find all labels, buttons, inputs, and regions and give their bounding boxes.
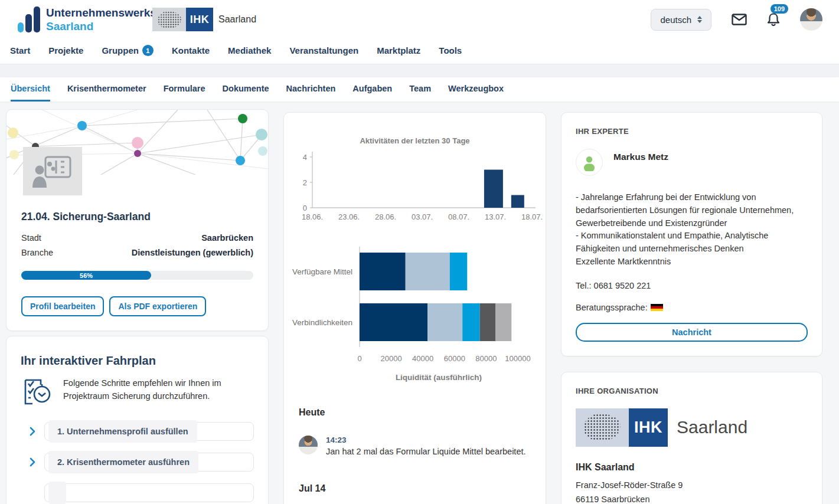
organisation-section-title: IHRE ORGANISATION — [576, 387, 808, 395]
language-selector[interactable]: deutsch — [651, 9, 711, 31]
liquidity-stacked-chart: Verfügbare MittelVerbindlichkeiten020000… — [290, 243, 540, 387]
svg-text:60000: 60000 — [443, 354, 465, 363]
activity-card: Aktivitäten der letzten 30 Tage 02418.06… — [283, 112, 546, 504]
svg-text:Liquidität (ausführlich): Liquidität (ausführlich) — [395, 373, 481, 382]
expert-card: IHR EXPERTE Markus Metz - Jahrelange Erf… — [561, 112, 822, 356]
nav-item-kontakte[interactable]: Kontakte — [172, 45, 210, 55]
nav-item-start[interactable]: Start — [10, 45, 30, 55]
organisation-address: Franz-Josef-Röder-Straße 9 66119 Saarbrü… — [576, 478, 808, 504]
main-nav: Start Projekte Gruppen1 Kontakte Mediath… — [10, 45, 462, 56]
edit-profile-button[interactable]: Profil bearbeiten — [21, 296, 104, 316]
activity-chart-title: Aktivitäten der letzten 30 Tage — [284, 113, 546, 145]
organisation-card: IHRE ORGANISATION IHK Saarland IHK Saarl… — [561, 372, 822, 504]
tab-werkzeugbox[interactable]: Werkzeugbox — [448, 77, 504, 102]
svg-text:0: 0 — [302, 204, 306, 212]
saarland-map-icon — [576, 408, 629, 447]
tab-krisenthermometer[interactable]: Krisenthermometer — [67, 77, 146, 102]
activity-bar-chart: 02418.06.23.06.28.06.03.07.08.07.13.07.1… — [288, 148, 543, 227]
person-icon — [580, 153, 598, 171]
notifications-button[interactable]: 109 — [767, 12, 780, 27]
roadmap-card: Ihr interaktiver Fahrplan Folgende Schri… — [6, 336, 269, 504]
svg-text:28.06.: 28.06. — [374, 212, 396, 221]
tab-formulare[interactable]: Formulare — [164, 77, 205, 102]
feed-day-header: Jul 14 — [299, 483, 531, 494]
expert-avatar[interactable] — [576, 149, 603, 176]
header-divider — [0, 64, 839, 77]
svg-text:13.07.: 13.07. — [484, 212, 505, 221]
bell-icon — [767, 12, 780, 27]
message-expert-button[interactable]: Nachricht — [576, 323, 808, 342]
language-selector-value: deutsch — [660, 15, 691, 25]
export-pdf-button[interactable]: Als PDF exportieren — [109, 296, 206, 316]
brand-logo[interactable]: Unternehmenswerkstatt Saarland — [18, 6, 174, 34]
saarland-map-icon — [152, 8, 186, 31]
user-avatar[interactable] — [800, 8, 822, 31]
feed-entry: 14:23 Jan hat 2 mal das Formular Liquide… — [299, 436, 531, 456]
expert-phone: Tel.: 0681 9520 221 — [576, 281, 808, 290]
profile-progress-fill: 56% — [21, 271, 151, 280]
mail-icon — [732, 14, 747, 25]
entry-avatar — [299, 436, 318, 454]
roadmap-step-label: 1. Unternehmensprofil ausfüllen — [48, 420, 197, 443]
tab-team[interactable]: Team — [409, 77, 431, 102]
svg-text:23.06.: 23.06. — [338, 212, 359, 221]
project-thumbnail — [23, 147, 82, 195]
svg-text:08.07.: 08.07. — [448, 212, 469, 221]
chevron-updown-icon — [697, 16, 702, 23]
svg-text:80000: 80000 — [475, 354, 497, 363]
ihk-logo-text: IHK — [629, 408, 668, 447]
ihk-logo: IHK Saarland — [152, 8, 256, 31]
nav-item-projekte[interactable]: Projekte — [48, 45, 83, 55]
nav-item-veranstaltungen[interactable]: Veranstaltungen — [289, 45, 358, 55]
feed-today-header: Heute — [299, 407, 531, 418]
svg-text:Verbindlichkeiten: Verbindlichkeiten — [292, 318, 352, 327]
svg-text:18.06.: 18.06. — [301, 212, 322, 221]
roadmap-step-label: 2. Krisenthermometer ausführen — [48, 451, 198, 473]
gruppen-count-badge: 1 — [142, 45, 154, 56]
chevron-right-icon — [21, 427, 44, 436]
entry-time: 14:23 — [326, 436, 526, 444]
expert-description: - Jahrelange Erfahrung bei der Entwicklu… — [576, 191, 808, 269]
project-cover-image — [6, 110, 268, 175]
tab-nachrichten[interactable]: Nachrichten — [286, 77, 336, 102]
nav-item-tools[interactable]: Tools — [439, 45, 462, 55]
expert-language: Beratungssprache: — [576, 303, 808, 312]
expert-name[interactable]: Markus Metz — [613, 152, 668, 162]
ihk-logo-text: IHK — [186, 8, 213, 31]
checklist-clock-icon — [21, 377, 53, 407]
svg-text:40000: 40000 — [412, 354, 433, 363]
roadmap-step-3[interactable] — [21, 483, 254, 502]
tab-uebersicht[interactable]: Übersicht — [11, 77, 50, 102]
svg-text:Verfügbare Mittel: Verfügbare Mittel — [292, 267, 352, 276]
organisation-name: IHK Saarland — [576, 462, 808, 473]
ihk-logo-region: Saarland — [218, 14, 256, 25]
organisation-logo: IHK Saarland — [576, 408, 808, 447]
chevron-right-icon — [21, 457, 44, 467]
german-flag-icon — [651, 304, 663, 311]
nav-item-mediathek[interactable]: Mediathek — [228, 45, 271, 55]
roadmap-step-1[interactable]: 1. Unternehmensprofil ausfüllen — [21, 422, 254, 441]
roadmap-title: Ihr interaktiver Fahrplan — [21, 354, 254, 368]
tab-aufgaben[interactable]: Aufgaben — [352, 77, 392, 102]
nav-item-marktplatz[interactable]: Marktplatz — [377, 45, 420, 55]
app-header: Unternehmenswerkstatt Saarland IHK Saarl… — [0, 0, 839, 64]
messages-button[interactable] — [732, 14, 747, 25]
nav-item-gruppen[interactable]: Gruppen1 — [102, 45, 154, 56]
project-field-branche: Branche Dienstleistungen (gewerblich) — [21, 248, 253, 257]
roadmap-step-2[interactable]: 2. Krisenthermometer ausführen — [21, 453, 254, 472]
notification-count-badge: 109 — [771, 4, 788, 14]
svg-text:03.07.: 03.07. — [411, 212, 432, 221]
expert-section-title: IHR EXPERTE — [576, 127, 808, 136]
brand-bars-icon — [18, 6, 40, 34]
profile-progress-bar: 56% — [21, 271, 253, 280]
project-tabbar: Übersicht Krisenthermometer Formulare Do… — [0, 77, 839, 102]
entry-text: Jan hat 2 mal das Formular Liquide Mitte… — [326, 447, 526, 456]
workshop-icon — [31, 155, 74, 188]
svg-text:4: 4 — [302, 153, 306, 162]
tab-dokumente[interactable]: Dokumente — [223, 77, 269, 102]
svg-text:20000: 20000 — [380, 354, 401, 363]
svg-text:2: 2 — [302, 178, 306, 187]
roadmap-step-label — [48, 482, 66, 504]
svg-text:18.07.: 18.07. — [521, 212, 542, 221]
project-card: 21.04. Sicherung-Saarland Stadt Saarbrüc… — [6, 109, 269, 331]
